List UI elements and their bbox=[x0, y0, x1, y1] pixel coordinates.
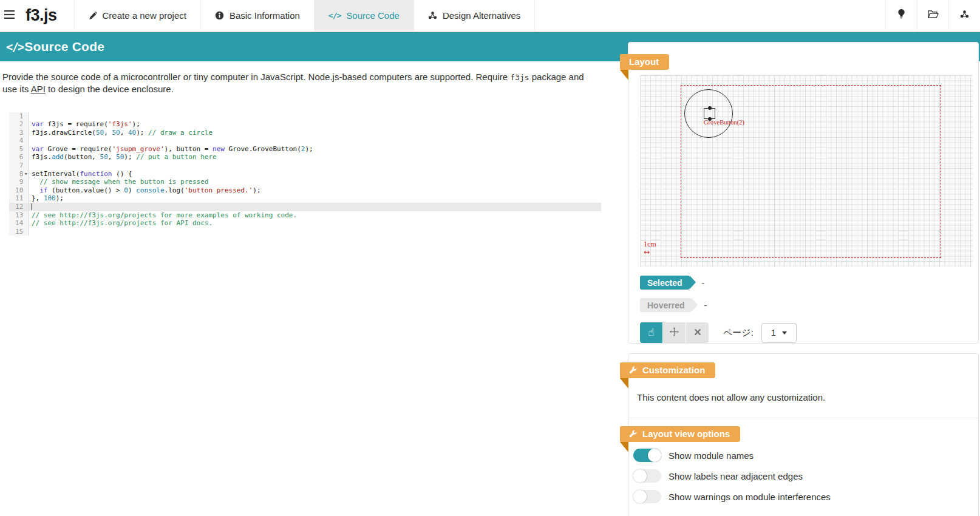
code-editor[interactable]: 12var f3js = require('f3js');3f3js.drawC… bbox=[9, 112, 601, 236]
selected-badge: Selected bbox=[640, 276, 690, 290]
fold-gutter bbox=[23, 137, 29, 145]
line-number-gutter: 5 bbox=[9, 145, 29, 154]
line-number-gutter: 3 bbox=[9, 129, 29, 137]
line-number-gutter: 12 bbox=[9, 203, 29, 211]
code-line-7[interactable]: 7 bbox=[9, 161, 601, 170]
customization-section: Customization This content does not allo… bbox=[628, 354, 978, 418]
code-line-11[interactable]: 11}, 100); bbox=[9, 194, 601, 203]
ribbon-fold bbox=[620, 442, 628, 452]
fold-gutter bbox=[23, 178, 29, 186]
action-hint-button[interactable] bbox=[885, 0, 917, 31]
app-logo[interactable]: f3.js bbox=[18, 0, 74, 31]
action-open-project-button[interactable] bbox=[917, 0, 948, 31]
toggle-switch-0[interactable] bbox=[633, 449, 661, 462]
tab-source[interactable]: </>Source Code bbox=[314, 0, 413, 31]
nav-spacer bbox=[535, 0, 885, 31]
selected-value: - bbox=[702, 277, 705, 288]
info-circle-icon bbox=[215, 11, 224, 20]
code-line-5[interactable]: 5var Grove = require('jsupm_grove'), but… bbox=[9, 145, 601, 154]
customization-message: This content does not allow any customiz… bbox=[628, 354, 978, 402]
line-number-gutter: 9 bbox=[9, 178, 29, 186]
code-line-6[interactable]: 6f3js.add(button, 50, 50); // put a butt… bbox=[9, 153, 601, 161]
fold-gutter bbox=[23, 120, 29, 129]
package-name-code: f3js bbox=[510, 73, 529, 82]
tab-basic[interactable]: Basic Information bbox=[200, 0, 314, 31]
hovered-badge: Hoverred bbox=[640, 298, 692, 312]
fold-gutter bbox=[23, 161, 29, 170]
cubes-icon bbox=[960, 10, 969, 21]
code-line-text: // see http://f3js.org/projects for API … bbox=[29, 219, 601, 228]
tab-design[interactable]: Design Alternatives bbox=[413, 0, 535, 31]
toggle-switch-1[interactable] bbox=[633, 469, 661, 483]
api-link[interactable]: API bbox=[31, 84, 46, 94]
page-select-value: 1 bbox=[771, 328, 776, 338]
hand-pointer-icon: ☝ bbox=[648, 327, 654, 338]
wrench-icon bbox=[629, 366, 637, 374]
scale-legend: 1cm ↔ bbox=[644, 240, 656, 256]
code-line-14[interactable]: 14// see http://f3js.org/projects for AP… bbox=[9, 219, 601, 228]
pencil-icon bbox=[89, 12, 97, 20]
code-line-text: setInterval(function () { bbox=[29, 170, 601, 178]
fold-gutter bbox=[23, 129, 29, 137]
toggle-label: Show warnings on module interferences bbox=[669, 492, 831, 502]
tool-move-button[interactable] bbox=[663, 322, 686, 343]
line-number-gutter: 15 bbox=[9, 228, 29, 236]
fold-gutter bbox=[23, 219, 29, 228]
fold-gutter bbox=[23, 153, 29, 161]
tool-pointer-button[interactable]: ☝ bbox=[640, 322, 662, 343]
wrench-icon bbox=[629, 430, 637, 438]
line-number-gutter: 14 bbox=[9, 219, 29, 228]
cubes-icon bbox=[428, 11, 437, 20]
tool-delete-button[interactable] bbox=[686, 322, 709, 343]
tab-create[interactable]: Create a new project bbox=[74, 0, 200, 31]
code-line-9[interactable]: 9 // show message when the button is pre… bbox=[9, 178, 601, 186]
module-pin-dot bbox=[708, 106, 712, 110]
code-line-text bbox=[29, 112, 601, 121]
fold-gutter bbox=[23, 112, 29, 121]
line-number-gutter: 11 bbox=[9, 194, 29, 203]
description-text: to design the device enclosure. bbox=[46, 84, 174, 94]
toggle-row: Show module names bbox=[633, 449, 978, 462]
layout-ribbon: Layout bbox=[620, 54, 669, 70]
code-line-2[interactable]: 2var f3js = require('f3js'); bbox=[9, 120, 601, 129]
code-line-text: var f3js = require('f3js'); bbox=[29, 120, 601, 129]
code-line-1[interactable]: 1 bbox=[9, 112, 601, 121]
fold-caret-icon[interactable]: ▾ bbox=[23, 170, 29, 178]
tab-label: Create a new project bbox=[103, 10, 186, 21]
line-number-gutter: 1 bbox=[9, 112, 29, 121]
code-line-text bbox=[29, 161, 601, 170]
action-alternatives-button[interactable] bbox=[948, 0, 980, 31]
code-line-10[interactable]: 10 if (button.value() > 0) console.log('… bbox=[9, 186, 601, 195]
line-number-gutter: 10 bbox=[9, 186, 29, 195]
x-icon bbox=[694, 327, 701, 338]
main-content: Provide the source code of a microcontro… bbox=[0, 61, 613, 236]
hamburger-icon bbox=[4, 10, 15, 21]
view-options-ribbon: Layout view options bbox=[620, 426, 740, 442]
app-root: f3.js Create a new projectBasic Informat… bbox=[0, 0, 980, 516]
selected-row: Selected - bbox=[640, 276, 978, 290]
code-line-15[interactable]: 15 bbox=[9, 228, 601, 236]
code-line-text: var Grove = require('jsupm_grove'), butt… bbox=[29, 145, 601, 154]
toggle-switch-2[interactable] bbox=[633, 490, 661, 503]
line-number-gutter: 7 bbox=[9, 161, 29, 170]
code-line-12[interactable]: 12 bbox=[9, 203, 601, 211]
line-number-gutter: 4 bbox=[9, 137, 29, 145]
code-line-8[interactable]: 8▾setInterval(function () { bbox=[9, 170, 601, 178]
toggle-knob bbox=[633, 469, 647, 483]
toggle-knob bbox=[633, 490, 647, 503]
menu-button[interactable] bbox=[0, 0, 18, 31]
tab-label: Basic Information bbox=[230, 10, 300, 21]
hovered-row: Hoverred - bbox=[640, 298, 978, 312]
nav-actions bbox=[885, 0, 980, 31]
code-line-3[interactable]: 3f3js.drawCircle(50, 50, 40); // draw a … bbox=[9, 129, 601, 137]
code-icon: </> bbox=[6, 40, 23, 53]
layout-canvas[interactable]: GroveButton(2) 1cm ↔ bbox=[640, 75, 973, 266]
toggle-label: Show labels near adjacent edges bbox=[669, 471, 803, 481]
page-select[interactable]: 1 bbox=[761, 323, 797, 343]
code-line-4[interactable]: 4 bbox=[9, 137, 601, 145]
line-number-gutter: 2 bbox=[9, 120, 29, 129]
code-line-text: if (button.value() > 0) console.log('but… bbox=[29, 186, 601, 195]
page-select-label: ページ: bbox=[723, 327, 754, 339]
layout-ribbon-label: Layout bbox=[629, 56, 659, 67]
code-line-13[interactable]: 13// see http://f3js.org/projects for mo… bbox=[9, 211, 601, 220]
